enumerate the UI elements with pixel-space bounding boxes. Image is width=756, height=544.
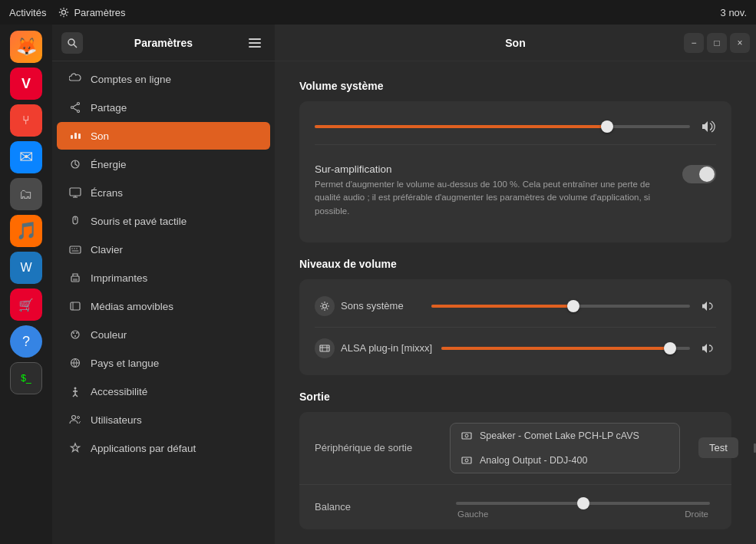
color-icon [69, 328, 81, 341]
svg-rect-23 [73, 279, 78, 281]
alsa-volume-icon [699, 340, 716, 357]
users-icon [69, 414, 81, 426]
keyboard-icon [69, 243, 81, 256]
minimize-button[interactable]: − [684, 33, 704, 53]
dock-libreoffice[interactable]: W [10, 252, 42, 284]
svg-point-28 [76, 332, 78, 334]
suramp-desc: Permet d'augmenter le volume au-dessus d… [315, 178, 670, 218]
dock-firefox[interactable]: 🦊 [10, 31, 42, 63]
sidebar-menu-button[interactable] [244, 32, 266, 54]
speaker-device-icon2 [461, 455, 472, 466]
svg-point-3 [78, 103, 80, 105]
svg-point-46 [465, 459, 468, 462]
sidebar-item-applications[interactable]: Applications par défaut [57, 434, 270, 462]
topbar-app-name: Paramètres [74, 7, 125, 18]
sidebar-item-accessibilite[interactable]: Accessibilité [57, 378, 270, 405]
alsa-row: ALSA plug-in [mixxx] [315, 327, 716, 363]
cloud-icon [69, 73, 81, 85]
dock-git[interactable]: ⑂ [10, 104, 42, 137]
sidebar-item-partage[interactable]: Partage [57, 94, 270, 121]
svg-line-2 [74, 45, 77, 48]
activities-button[interactable]: Activités [9, 7, 46, 18]
svg-rect-10 [78, 134, 81, 139]
sidebar-item-souris[interactable]: Souris et pavé tactile [57, 207, 270, 235]
svg-rect-8 [71, 135, 73, 139]
speaker-small-icon [701, 299, 715, 313]
sidebar-item-label: Souris et pavé tactile [91, 216, 187, 227]
sidebar-item-utilisateurs[interactable]: Utilisateurs [57, 406, 270, 434]
dock-terminal[interactable]: $_ [10, 362, 42, 394]
sons-systeme-fill [431, 305, 573, 308]
sortie-peripherique-row: Périphérique de sortie Speaker - Comet L… [299, 412, 731, 484]
svg-line-6 [74, 104, 78, 107]
sortie-peripherique-label: Périphérique de sortie [315, 442, 437, 453]
svg-point-27 [73, 332, 74, 334]
globe-icon [69, 357, 81, 369]
gear-icon [319, 301, 330, 312]
sidebar-item-comptes[interactable]: Comptes en ligne [57, 65, 270, 93]
dock-rhythmbox[interactable]: 🎵 [10, 215, 42, 247]
speaker-icon [700, 119, 715, 134]
dock-appstore[interactable]: 🛒 [10, 288, 42, 321]
suramp-row: Sur-amplification Permet d'augmenter le … [315, 144, 716, 230]
sidebar-item-son[interactable]: Son [57, 122, 270, 150]
balance-thumb[interactable] [577, 497, 589, 509]
alsa-thumb[interactable] [664, 342, 676, 354]
test-button[interactable]: Test [698, 437, 738, 458]
sortie-device-2[interactable]: Analog Output - DDJ-400 [451, 448, 679, 473]
maximize-button[interactable]: □ [707, 33, 727, 53]
sidebar-item-label: Applications par défaut [91, 443, 196, 454]
section-title-volume: Volume système [299, 80, 731, 92]
svg-rect-43 [462, 433, 471, 439]
balance-droite-label: Droite [685, 509, 708, 519]
main-title: Son [505, 37, 525, 49]
printer-icon [69, 272, 81, 284]
balance-slider[interactable] [456, 502, 710, 505]
sidebar-item-couleur[interactable]: Couleur [57, 321, 270, 348]
sidebar-item-label: Accessibilité [91, 386, 147, 397]
system-volume-row [315, 114, 716, 140]
dock-files[interactable]: 🗂 [10, 178, 42, 210]
system-volume-slider[interactable] [315, 125, 690, 128]
mouse-icon [69, 215, 81, 227]
music-icon [69, 130, 81, 142]
sidebar-item-imprimantes[interactable]: Imprimantes [57, 264, 270, 292]
alsa-slider[interactable] [441, 347, 690, 350]
sidebar-item-pays[interactable]: Pays et langue [57, 349, 270, 377]
svg-point-37 [78, 417, 80, 419]
sortie-device-1-label: Speaker - Comet Lake PCH-LP cAVS [480, 430, 639, 441]
dock-help[interactable]: ? [10, 325, 42, 358]
speaker-device-icon [461, 430, 472, 441]
sons-systeme-label: Sons système [341, 300, 404, 312]
media-icon [69, 300, 81, 312]
sidebar-item-label: Clavier [91, 244, 123, 256]
svg-rect-17 [70, 246, 81, 253]
film-icon [319, 343, 330, 354]
sons-systeme-thumb[interactable] [567, 300, 579, 312]
suramp-toggle[interactable] [682, 165, 716, 183]
sidebar-item-energie[interactable]: Énergie [57, 150, 270, 178]
sidebar-item-label: Utilisateurs [91, 414, 142, 426]
sidebar-item-clavier[interactable]: Clavier [57, 236, 270, 263]
system-volume-icon [699, 118, 716, 135]
suramp-label: Sur-amplification [315, 163, 670, 175]
alsa-fill [441, 347, 670, 350]
sons-systeme-slider[interactable] [431, 305, 690, 308]
dock-vivaldi[interactable]: V [10, 68, 42, 100]
sidebar-search-button[interactable] [61, 32, 83, 54]
balance-labels: Gauche Droite [456, 509, 710, 519]
sidebar-header: Paramètres [52, 25, 275, 61]
svg-point-5 [78, 110, 80, 113]
close-button[interactable]: × [730, 33, 750, 53]
system-volume-thumb[interactable] [601, 120, 613, 133]
sortie-device-1[interactable]: Speaker - Comet Lake PCH-LP cAVS [451, 424, 679, 448]
alsa-icon [315, 338, 335, 358]
sidebar-item-ecrans[interactable]: Écrans [57, 179, 270, 206]
alsa-track [441, 347, 690, 350]
topbar: Activités Paramètres 3 nov. [0, 0, 756, 25]
sidebar-item-label: Son [91, 130, 109, 142]
dock-thunderbird[interactable]: ✉ [10, 141, 42, 173]
sidebar-item-medias[interactable]: Médias amovibles [57, 292, 270, 320]
volume-systeme-card: Sur-amplification Permet d'augmenter le … [299, 101, 731, 242]
svg-rect-45 [462, 457, 471, 463]
